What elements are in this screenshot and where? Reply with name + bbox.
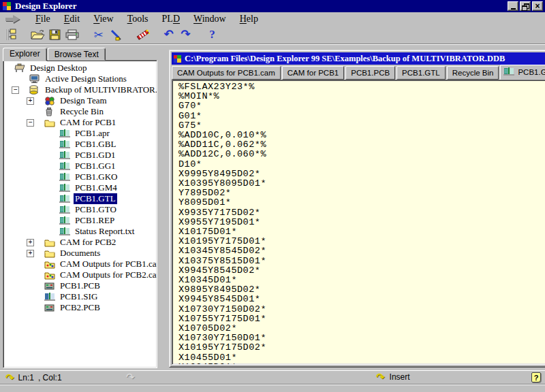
tree-item-pcb1-gm4[interactable]: PCB1.GM4 bbox=[5, 182, 157, 193]
design-tree: Design DesktopActive Design Stations−Bac… bbox=[3, 60, 157, 368]
help-button[interactable]: ? bbox=[204, 27, 221, 43]
active-tab-label: PCB1.GTL bbox=[518, 68, 545, 76]
tree-item-pcb1-gg1[interactable]: PCB1.GG1 bbox=[5, 161, 157, 172]
document-path-title: C:\Program Files\Design Explorer 99 SE\E… bbox=[185, 54, 544, 64]
doc-icon bbox=[59, 162, 70, 171]
cam-icon bbox=[44, 260, 55, 269]
insert-mode-group: ↷ Insert bbox=[376, 372, 410, 382]
stations-icon bbox=[29, 75, 40, 84]
doc-tab-active-pcb1-gtl[interactable]: PCB1.GTL bbox=[500, 65, 545, 80]
doc-tab-cam-outputs-for-pcb1-cam[interactable]: CAM Outputs for PCB1.cam bbox=[172, 66, 281, 80]
menu-pld[interactable]: PLD bbox=[155, 13, 187, 25]
doc-tab-pcb1-pcb[interactable]: PCB1.PCB bbox=[345, 66, 395, 80]
tree-item-pcb1-sig[interactable]: PCB1.SIG bbox=[5, 291, 157, 302]
tree-item-label: Status Report.txt bbox=[74, 226, 136, 237]
tree-item-label: Recycle Bin bbox=[59, 106, 105, 117]
undo-button[interactable]: ↶ bbox=[160, 27, 177, 43]
gerber-line: X10345Y8545D02* bbox=[178, 246, 545, 256]
tree-item-cam-for-pcb2[interactable]: +CAM for PCB2 bbox=[5, 237, 157, 248]
help-balloon-button[interactable]: ? bbox=[531, 372, 541, 382]
cut-button[interactable]: ✂ bbox=[90, 27, 107, 43]
collapse-icon[interactable]: − bbox=[12, 86, 19, 94]
menu-view[interactable]: View bbox=[87, 13, 121, 25]
close-icon: × bbox=[535, 3, 540, 10]
gerber-line: X10345D01* bbox=[178, 363, 545, 364]
recycle-icon bbox=[44, 108, 55, 116]
open-button[interactable] bbox=[29, 27, 46, 43]
tree-item-label: Design Team bbox=[59, 95, 108, 106]
menu-edit[interactable]: Edit bbox=[57, 13, 87, 25]
tree-item-status-report-txt[interactable]: Status Report.txt bbox=[5, 226, 157, 237]
gerber-line: %ADD11C,0.062*% bbox=[178, 140, 545, 150]
tree-item-pcb1-gd1[interactable]: PCB1.GD1 bbox=[5, 150, 157, 161]
tree-item-design-team[interactable]: +Design Team bbox=[5, 95, 157, 106]
tree-item-pcb2-pcb[interactable]: PCB2.PCB bbox=[5, 302, 157, 313]
explorer-toggle-button[interactable] bbox=[3, 27, 20, 43]
ddb-icon bbox=[173, 54, 182, 63]
tree-item-pcb1-pcb[interactable]: PCB1.PCB bbox=[5, 280, 157, 291]
menu-help[interactable]: Help bbox=[233, 13, 265, 25]
disabled-arrow-icon: ↷ bbox=[126, 373, 135, 381]
expand-icon[interactable]: + bbox=[27, 250, 34, 257]
tree-item-label: PCB1.apr bbox=[74, 128, 111, 139]
tree-item-backup-of-multivibrator-ddb[interactable]: −Backup of MULTIVIBRATOR.DDB bbox=[5, 84, 157, 95]
save-button[interactable] bbox=[46, 27, 63, 43]
gerber-line: X10195Y7175D02* bbox=[178, 343, 545, 353]
tree-item-cam-outputs-for-pcb1-cam[interactable]: CAM Outputs for PCB1.cam bbox=[5, 259, 157, 270]
tree-item-cam-outputs-for-pcb2-cam[interactable]: CAM Outputs for PCB2.cam bbox=[5, 270, 157, 280]
minimize-button[interactable] bbox=[508, 1, 518, 11]
tree-item-pcb1-gto[interactable]: PCB1.GTO bbox=[5, 204, 157, 215]
gerber-line: X10175D01* bbox=[178, 227, 545, 237]
gerber-line: Y7895D02* bbox=[178, 189, 545, 198]
design-explorer-window: { "window": { "title": "Design Explorer"… bbox=[0, 0, 545, 392]
tree-item-pcb1-gtl[interactable]: PCB1.GTL bbox=[5, 193, 157, 204]
gerber-line: %ADD12C,0.060*% bbox=[178, 150, 545, 159]
menu-file[interactable]: File bbox=[29, 13, 57, 25]
tree-item-design-desktop[interactable]: Design Desktop bbox=[5, 63, 157, 74]
probe-button[interactable] bbox=[107, 27, 124, 43]
menu-bar: FileEditViewToolsPLDWindowHelp bbox=[0, 12, 545, 26]
wand-button[interactable] bbox=[134, 27, 151, 43]
app-icon bbox=[2, 1, 12, 11]
folder-icon bbox=[44, 118, 55, 127]
save-icon bbox=[49, 29, 61, 40]
doc-icon bbox=[59, 173, 70, 182]
doc-tab-recycle-bin[interactable]: Recycle Bin bbox=[447, 66, 499, 80]
menu-arrow-icon[interactable] bbox=[5, 15, 22, 23]
print-button[interactable] bbox=[63, 27, 80, 43]
gerber-text-editor[interactable]: %FSLAX23Y23*%%MOIN*%G70*G01*G75*%ADD10C,… bbox=[172, 80, 545, 364]
collapse-icon[interactable]: − bbox=[27, 119, 34, 127]
tab-browse-text[interactable]: Browse Text bbox=[48, 48, 106, 61]
menu-window[interactable]: Window bbox=[187, 13, 233, 25]
tree-item-recycle-bin[interactable]: Recycle Bin bbox=[5, 106, 157, 117]
doc-tab-cam-for-pcb1[interactable]: CAM for PCB1 bbox=[282, 66, 344, 80]
gerber-line: X10455D01* bbox=[178, 353, 545, 363]
restore-button[interactable] bbox=[520, 1, 531, 11]
expand-icon[interactable]: + bbox=[27, 239, 34, 246]
content-area: ExplorerBrowse Text Design DesktopActive… bbox=[0, 44, 545, 370]
main-titlebar: Design Explorer × bbox=[0, 0, 545, 12]
close-button[interactable]: × bbox=[532, 1, 543, 11]
insert-mode-indicator: Insert bbox=[390, 372, 410, 382]
expand-icon[interactable]: + bbox=[27, 97, 34, 105]
redo-button[interactable]: ↷ bbox=[177, 27, 194, 43]
tree-item-label: PCB1.GTO bbox=[74, 204, 118, 215]
tree-item-active-design-stations[interactable]: Active Design Stations bbox=[5, 74, 157, 84]
tree-item-label: Active Design Stations bbox=[44, 74, 128, 84]
gerber-line: X10730Y7150D01* bbox=[178, 333, 545, 343]
tree-item-cam-for-pcb1[interactable]: −CAM for PCB1 bbox=[5, 117, 157, 128]
tab-explorer[interactable]: Explorer bbox=[3, 48, 47, 61]
tree-item-label: CAM Outputs for PCB1.cam bbox=[59, 259, 157, 270]
tree-item-pcb1-apr[interactable]: PCB1.apr bbox=[5, 128, 157, 139]
tree-item-pcb1-rep[interactable]: PCB1.REP bbox=[5, 215, 157, 226]
column-indicator: , Col:1 bbox=[38, 373, 62, 382]
doc-tab-pcb1-gtl[interactable]: PCB1.GTL bbox=[396, 66, 446, 80]
tree-item-pcb1-gbl[interactable]: PCB1.GBL bbox=[5, 139, 157, 150]
menu-tools[interactable]: Tools bbox=[121, 13, 155, 25]
minimize-icon bbox=[511, 8, 516, 10]
document-titlebar: C:\Program Files\Design Explorer 99 SE\E… bbox=[172, 52, 545, 65]
tree-item-documents[interactable]: +Documents bbox=[5, 248, 157, 259]
tree-item-label: PCB1.GD1 bbox=[74, 150, 117, 161]
tree-item-pcb1-gko[interactable]: PCB1.GKO bbox=[5, 172, 157, 182]
help-icon: ? bbox=[209, 28, 215, 42]
